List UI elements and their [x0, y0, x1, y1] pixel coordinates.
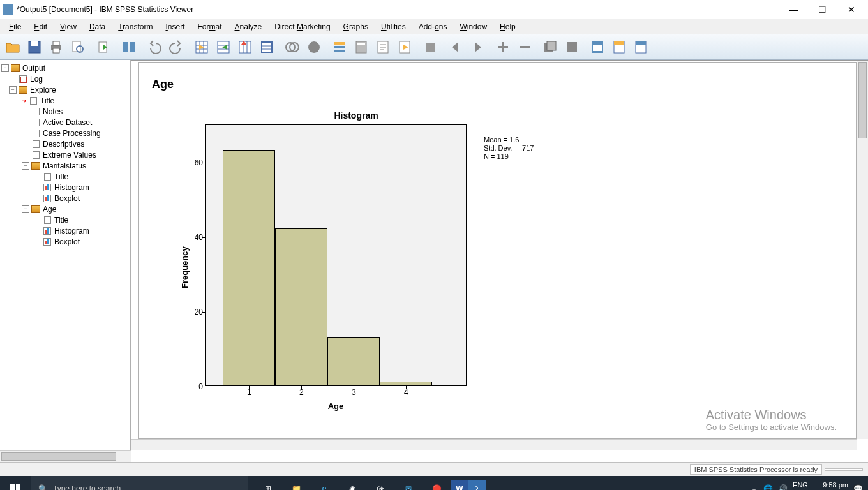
stop-icon[interactable]	[420, 37, 440, 57]
horizontal-scrollbar-sidebar[interactable]	[0, 450, 131, 462]
word-icon[interactable]: W	[451, 480, 468, 490]
menu-view[interactable]: View	[54, 20, 83, 33]
menu-data[interactable]: Data	[83, 20, 112, 33]
task-view-icon[interactable]: ⊞	[254, 476, 282, 490]
menu-help[interactable]: Help	[493, 20, 522, 33]
print-icon[interactable]	[46, 37, 66, 57]
plus-icon[interactable]	[493, 37, 513, 57]
tree-age-boxplot[interactable]: Boxplot	[1, 236, 128, 247]
mail-icon[interactable]: ✉	[394, 476, 423, 490]
volume-icon[interactable]: 🔊	[778, 484, 788, 490]
tree-marital-title[interactable]: Title	[1, 171, 128, 182]
goto-variable-icon[interactable]	[235, 37, 255, 57]
weight-icon[interactable]	[304, 37, 324, 57]
menu-window[interactable]: Window	[453, 20, 493, 33]
arrow-left-icon[interactable]	[445, 37, 466, 57]
status-unicode	[825, 468, 863, 471]
menu-transform[interactable]: Transform	[112, 20, 159, 33]
tray-chevron-icon[interactable]: ︿	[751, 484, 758, 491]
dialog-recall-icon[interactable]	[119, 37, 139, 57]
close-button[interactable]: ✕	[837, 0, 865, 19]
svg-rect-29	[567, 42, 577, 52]
menu-utilities[interactable]: Utilities	[375, 20, 412, 33]
associate-icon[interactable]	[562, 37, 582, 57]
titlebar: *Output5 [Document5] - IBM SPSS Statisti…	[0, 0, 868, 19]
designate-window-icon[interactable]	[540, 37, 560, 57]
menu-analyze[interactable]: Analyze	[228, 20, 269, 33]
tree-maritalstatus[interactable]: −Maritalstatus	[1, 160, 128, 171]
tree-explore-extremevalues[interactable]: Extreme Values	[1, 149, 128, 160]
export-icon[interactable]	[93, 37, 114, 57]
svg-rect-4	[53, 48, 59, 53]
tree-explore-descriptives[interactable]: Descriptives	[1, 138, 128, 149]
tree-age-title[interactable]: Title	[1, 214, 128, 225]
tree-explore-caseprocessing[interactable]: Case Processing	[1, 128, 128, 138]
tree-age[interactable]: −Age	[1, 204, 128, 214]
bar-1	[223, 150, 275, 385]
start-button[interactable]	[0, 476, 31, 490]
svg-rect-26	[520, 46, 530, 48]
viewer-content: Age Histogram Frequency 12340204060 Age …	[131, 60, 868, 450]
insert-heading-icon[interactable]	[329, 37, 350, 57]
syntax-icon[interactable]	[609, 37, 629, 57]
svg-rect-9	[130, 42, 135, 52]
edge-icon[interactable]: e	[310, 476, 338, 490]
tree-output[interactable]: −Output	[1, 63, 128, 73]
menu-add-ons[interactable]: Add-ons	[412, 20, 454, 33]
outline-tree[interactable]: −Output Log −Explore ➔Title Notes Active…	[0, 60, 131, 450]
menu-direct-marketing[interactable]: Direct Marketing	[268, 20, 336, 33]
store-icon[interactable]: 🛍	[366, 476, 394, 490]
spss-icon[interactable]: Σ	[468, 480, 486, 490]
vertical-scrollbar[interactable]	[857, 61, 868, 439]
tray-clock[interactable]: 9:58 pm22/08/2021	[813, 481, 848, 490]
window-title: *Output5 [Document5] - IBM SPSS Statisti…	[17, 5, 779, 14]
output-icon[interactable]	[631, 37, 651, 57]
minimize-button[interactable]: ―	[779, 0, 808, 19]
undo-icon[interactable]	[144, 37, 165, 57]
network-icon[interactable]: 🌐	[763, 484, 773, 490]
chrome-icon[interactable]: ◉	[338, 476, 366, 490]
tree-age-histogram[interactable]: Histogram	[1, 225, 128, 236]
status-message: IBM SPSS Statistics Processor is ready	[690, 464, 822, 475]
search-icon: 🔍	[38, 484, 48, 490]
file-explorer-icon[interactable]: 📁	[282, 476, 310, 490]
notifications-icon[interactable]: 💬	[853, 484, 863, 490]
toolbar	[0, 34, 868, 60]
histogram-chart[interactable]: Histogram Frequency 12340204060 Age Mean…	[177, 110, 535, 439]
select-cases-icon[interactable]	[282, 37, 303, 57]
horizontal-scrollbar-content[interactable]	[131, 439, 857, 450]
redo-icon[interactable]	[166, 37, 186, 57]
svg-rect-31	[593, 45, 602, 51]
menu-edit[interactable]: Edit	[27, 20, 54, 33]
tray-lang[interactable]: ENGUK	[793, 481, 808, 490]
tree-explore-notes[interactable]: Notes	[1, 106, 128, 117]
plot-area: 12340204060	[205, 124, 467, 386]
menu-format[interactable]: Format	[191, 20, 228, 33]
tree-explore-activedataset[interactable]: Active Dataset	[1, 117, 128, 128]
output-page[interactable]: Age Histogram Frequency 12340204060 Age …	[138, 62, 857, 439]
app1-icon[interactable]: 🔴	[423, 476, 451, 490]
goto-case-icon[interactable]	[213, 37, 234, 57]
tree-explore[interactable]: −Explore	[1, 84, 128, 95]
insert-title-icon[interactable]	[351, 37, 371, 57]
goto-data-icon[interactable]	[191, 37, 212, 57]
maximize-button[interactable]: ☐	[808, 0, 837, 19]
tree-marital-boxplot[interactable]: Boxplot	[1, 193, 128, 204]
menu-file[interactable]: File	[3, 20, 27, 33]
script-icon[interactable]	[587, 37, 608, 57]
tree-log[interactable]: Log	[1, 73, 128, 84]
menu-insert[interactable]: Insert	[159, 20, 191, 33]
save-icon[interactable]	[24, 37, 45, 57]
y-axis-label: Frequency	[177, 124, 190, 411]
menu-graphs[interactable]: Graphs	[337, 20, 375, 33]
run-icon[interactable]	[394, 37, 415, 57]
tree-marital-histogram[interactable]: Histogram	[1, 182, 128, 193]
variables-icon[interactable]	[257, 37, 277, 57]
insert-text-icon[interactable]	[373, 37, 393, 57]
arrow-right-icon[interactable]	[467, 37, 488, 57]
tree-explore-title[interactable]: ➔Title	[1, 95, 128, 106]
open-icon[interactable]	[3, 37, 23, 57]
minus-icon[interactable]	[514, 37, 535, 57]
preview-icon[interactable]	[68, 37, 88, 57]
taskbar-search[interactable]: 🔍 Type here to search	[31, 476, 248, 490]
